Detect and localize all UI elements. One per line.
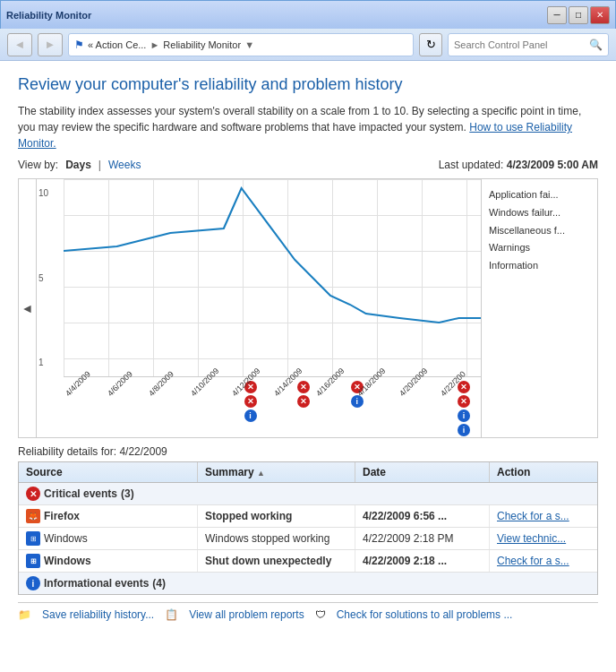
legend-misc-failure: Miscellaneous f... xyxy=(489,222,590,240)
view-all-reports-link[interactable]: View all problem reports xyxy=(189,608,304,621)
source-windows-1: ⊞ Windows xyxy=(19,528,198,549)
search-bar: 🔍 xyxy=(448,33,609,56)
summary-windows-2: Shut down unexpectedly xyxy=(198,550,355,572)
view-by-label: View by: xyxy=(18,159,58,171)
info-events-count: (4) xyxy=(152,577,166,590)
details-table: Source Summary ▲ Date Action ✕ Critical … xyxy=(18,461,598,595)
page-title: Review your computer's reliability and p… xyxy=(18,75,598,94)
window-title: Reliability Monitor xyxy=(6,10,91,21)
info-group-icon: i xyxy=(26,576,40,590)
sort-indicator: ▲ xyxy=(257,469,265,478)
col-action: Action xyxy=(490,462,597,482)
windows-icon-1: ⊞ xyxy=(26,531,40,546)
info-group-source: i Informational events (4) xyxy=(19,573,597,594)
legend-win-failure: Windows failur... xyxy=(489,204,590,222)
check-solution-link-firefox[interactable]: Check for a s... xyxy=(497,510,569,522)
date-firefox: 4/22/2009 6:56 ... xyxy=(355,505,490,527)
action-windows-2[interactable]: Check for a s... xyxy=(490,550,597,572)
view-separator: | xyxy=(98,159,101,171)
breadcrumb-dropdown-icon[interactable]: ▼ xyxy=(244,39,254,50)
check-all-solutions-link[interactable]: Check for solutions to all problems ... xyxy=(337,608,513,621)
save-reliability-link[interactable]: Save reliability history... xyxy=(42,608,154,621)
y-axis: 10 5 1 xyxy=(37,179,64,376)
shield-icon: 🛡 xyxy=(315,608,326,621)
date-axis: 4/4/2009 4/6/2009 4/8/2009 4/10/2009 4/1… xyxy=(64,388,481,437)
window-chrome: Reliability Monitor ─ □ ✕ xyxy=(0,0,616,29)
col-summary: Summary ▲ xyxy=(198,462,355,482)
table-row[interactable]: ⊞ Windows Shut down unexpectedly 4/22/20… xyxy=(19,550,597,573)
critical-events-label: Critical events xyxy=(44,487,117,500)
view-by-row: View by: Days | Weeks Last updated: 4/23… xyxy=(18,159,598,171)
info-events-label: Informational events xyxy=(44,577,149,590)
date-windows-2: 4/22/2009 2:18 ... xyxy=(355,550,490,572)
minimize-button[interactable]: ─ xyxy=(547,6,567,24)
critical-events-group[interactable]: ✕ Critical events (3) xyxy=(19,483,597,505)
col-date: Date xyxy=(355,462,490,482)
source-windows-2: ⊞ Windows xyxy=(19,550,198,572)
chart-main[interactable]: 10 5 1 xyxy=(37,179,597,437)
check-solution-link-windows[interactable]: Check for a s... xyxy=(497,555,569,567)
table-row[interactable]: ⊞ Windows Windows stopped working 4/22/2… xyxy=(19,528,597,550)
windows-icon-2: ⊞ xyxy=(26,554,40,568)
col-source: Source xyxy=(19,462,198,482)
date-windows-1: 4/22/2009 2:18 PM xyxy=(355,528,490,549)
search-input[interactable] xyxy=(454,39,589,50)
action-firefox[interactable]: Check for a s... xyxy=(490,505,597,527)
bottom-bar: 📁 Save reliability history... 📋 View all… xyxy=(18,602,598,626)
critical-events-count: (3) xyxy=(121,487,134,500)
folder-icon: 📁 xyxy=(18,608,31,621)
last-updated: Last updated: 4/23/2009 5:00 AM xyxy=(439,159,598,171)
refresh-button[interactable]: ↻ xyxy=(419,33,442,56)
back-button[interactable]: ◄ xyxy=(7,33,32,56)
legend-app-failure: Application fai... xyxy=(489,186,590,204)
legend-warnings: Warnings xyxy=(489,239,590,257)
table-header: Source Summary ▲ Date Action xyxy=(19,462,597,483)
search-icon[interactable]: 🔍 xyxy=(589,39,603,51)
chart-scroll-left[interactable]: ◄ xyxy=(19,179,37,437)
view-weeks-link[interactable]: Weeks xyxy=(108,159,141,171)
page-description: The stability index assesses your system… xyxy=(18,103,598,151)
critical-group-source: ✕ Critical events (3) xyxy=(19,483,597,504)
legend-information: Information xyxy=(489,257,590,275)
firefox-icon: 🦊 xyxy=(26,509,40,523)
breadcrumb-icon: ⚑ xyxy=(74,39,84,51)
chart-container: ◄ 10 5 1 xyxy=(18,178,598,438)
breadcrumb-bar: ⚑ « Action Ce... ► Reliability Monitor ▼ xyxy=(68,33,414,56)
window-controls: ─ □ ✕ xyxy=(547,6,610,24)
chart-legend: Application fai... Windows failur... Mis… xyxy=(481,179,597,437)
summary-windows-1: Windows stopped working xyxy=(198,528,355,549)
critical-group-icon: ✕ xyxy=(26,487,40,501)
view-technical-link[interactable]: View technic... xyxy=(497,532,566,545)
view-days-link[interactable]: Days xyxy=(65,159,91,171)
table-row[interactable]: 🦊 Firefox Stopped working 4/22/2009 6:56… xyxy=(19,505,597,528)
forward-button[interactable]: ► xyxy=(38,33,63,56)
close-button[interactable]: ✕ xyxy=(590,6,610,24)
toolbar: ◄ ► ⚑ « Action Ce... ► Reliability Monit… xyxy=(0,29,616,61)
source-firefox: 🦊 Firefox xyxy=(19,505,198,527)
maximize-button[interactable]: □ xyxy=(569,6,588,24)
details-header: Reliability details for: 4/22/2009 xyxy=(18,445,598,458)
informational-events-group[interactable]: i Informational events (4) xyxy=(19,573,597,594)
list-icon: 📋 xyxy=(165,608,178,621)
breadcrumb-separator: ► xyxy=(150,39,159,50)
current-page-breadcrumb: Reliability Monitor xyxy=(163,39,241,50)
action-windows-1[interactable]: View technic... xyxy=(490,528,597,549)
table-body: ✕ Critical events (3) 🦊 Firefox Stopped … xyxy=(19,483,597,594)
action-center-link[interactable]: « Action Ce... xyxy=(88,39,146,50)
summary-firefox: Stopped working xyxy=(198,505,355,527)
content-area: Review your computer's reliability and p… xyxy=(0,61,616,672)
